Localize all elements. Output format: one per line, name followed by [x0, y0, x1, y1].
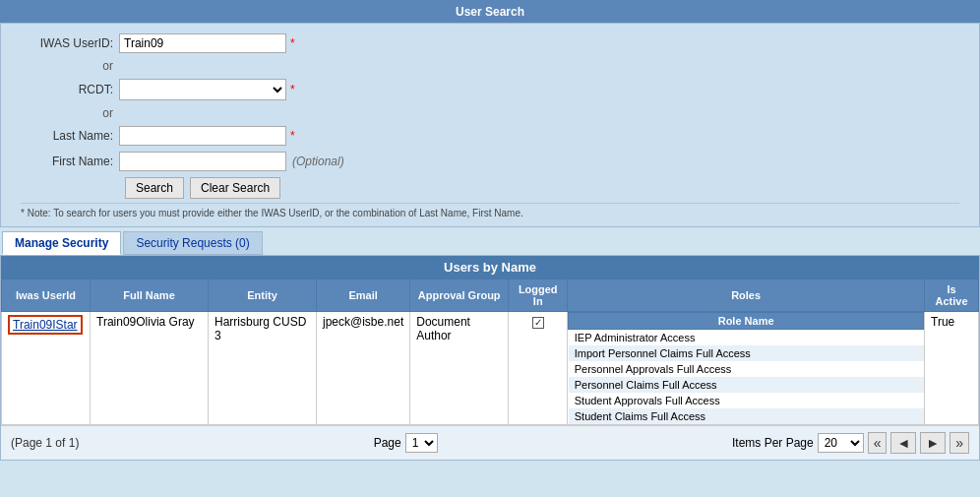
- or-label-1: or: [21, 59, 119, 73]
- logged-in-checkbox: [532, 317, 544, 329]
- optional-label: (Optional): [292, 155, 344, 168]
- iwas-required-star: *: [290, 36, 295, 50]
- table-header-row: Iwas UserId Full Name Entity Email Appro…: [2, 280, 979, 312]
- rcdt-label: RCDT:: [21, 83, 119, 96]
- cell-roles: Role NameIEP Administrator AccessImport …: [568, 312, 925, 425]
- col-header-approval: Approval Group: [410, 280, 509, 312]
- firstname-label: First Name:: [21, 155, 119, 168]
- roles-col-header: Role Name: [569, 313, 924, 330]
- tab-manage-security-label: Manage Security: [15, 236, 108, 250]
- iwas-row: IWAS UserID: *: [21, 33, 959, 53]
- cell-approval-group: Document Author: [410, 312, 509, 425]
- users-table: Iwas UserId Full Name Entity Email Appro…: [1, 279, 979, 425]
- col-header-loggedin: Logged In: [509, 280, 568, 312]
- items-per-page-select[interactable]: 20 50 100: [818, 433, 864, 453]
- prev-page-button[interactable]: ◄: [890, 432, 916, 454]
- note-text: * Note: To search for users you must pro…: [21, 203, 959, 218]
- or-label-2: or: [21, 106, 119, 120]
- col-header-fullname: Full Name: [91, 280, 209, 312]
- rcdt-row: RCDT: *: [21, 79, 959, 100]
- role-item: Import Personnel Claims Full Access: [569, 345, 924, 361]
- page-info: (Page 1 of 1): [11, 436, 79, 450]
- search-button[interactable]: Search: [125, 177, 184, 199]
- col-header-roles: Roles: [568, 280, 925, 312]
- tabs-area: Manage Security Security Requests (0): [0, 231, 980, 255]
- lastname-label: Last Name:: [21, 129, 119, 143]
- table-row: Train09IStarTrain09Olivia GrayHarrisburg…: [2, 312, 979, 425]
- role-item: Personnel Claims Full Access: [569, 377, 924, 393]
- lastname-required-star: *: [290, 129, 295, 143]
- role-item: IEP Administrator Access: [569, 330, 924, 346]
- col-header-active: Is Active: [925, 280, 979, 312]
- role-item: Student Claims Full Access: [569, 408, 924, 424]
- tab-security-requests[interactable]: Security Requests (0): [123, 231, 262, 255]
- page-select[interactable]: 1: [405, 433, 438, 453]
- iwas-label: IWAS UserID:: [21, 36, 119, 50]
- clear-search-button[interactable]: Clear Search: [190, 177, 280, 199]
- page-header: User Search: [0, 0, 980, 23]
- col-header-userid: Iwas UserId: [2, 280, 91, 312]
- page-title: User Search: [456, 5, 524, 19]
- role-item: Student Approvals Full Access: [569, 393, 924, 408]
- role-item: Personnel Approvals Full Access: [569, 361, 924, 377]
- pagination-row: (Page 1 of 1) Page 1 Items Per Page 20 5…: [1, 425, 979, 460]
- button-row: Search Clear Search: [21, 177, 959, 199]
- cell-is-active: True: [925, 312, 979, 425]
- lastname-input[interactable]: [119, 126, 286, 146]
- cell-entity: Harrisburg CUSD 3: [209, 312, 317, 425]
- page-label: Page: [374, 436, 401, 450]
- items-controls: Items Per Page 20 50 100 « ◄ ► »: [732, 432, 969, 454]
- firstname-input[interactable]: [119, 152, 286, 171]
- cell-logged-in: [509, 312, 568, 425]
- cell-email: jpeck@isbe.net: [317, 312, 410, 425]
- first-page-button[interactable]: «: [868, 432, 888, 454]
- firstname-row: First Name: (Optional): [21, 152, 959, 171]
- rcdt-select[interactable]: [119, 79, 286, 100]
- tab-security-requests-label: Security Requests (0): [136, 236, 249, 250]
- or-row-1: or: [21, 59, 959, 73]
- iwas-input[interactable]: [119, 33, 286, 53]
- page-controls: Page 1: [374, 433, 438, 453]
- rcdt-required-star: *: [290, 83, 295, 96]
- items-per-page-label: Items Per Page: [732, 436, 814, 450]
- last-page-button[interactable]: »: [949, 432, 969, 454]
- tab-manage-security[interactable]: Manage Security: [2, 231, 121, 255]
- col-header-entity: Entity: [209, 280, 317, 312]
- main-content: Users by Name Iwas UserId Full Name Enti…: [0, 255, 980, 461]
- lastname-row: Last Name: *: [21, 126, 959, 146]
- roles-table: Role NameIEP Administrator AccessImport …: [568, 312, 924, 424]
- next-page-button[interactable]: ►: [920, 432, 946, 454]
- userid-link[interactable]: Train09IStar: [8, 315, 83, 335]
- search-form-area: IWAS UserID: * or RCDT: * or Last Name: …: [0, 23, 980, 227]
- table-title: Users by Name: [1, 256, 979, 279]
- or-row-2: or: [21, 106, 959, 120]
- cell-fullname: Train09Olivia Gray: [91, 312, 209, 425]
- col-header-email: Email: [317, 280, 410, 312]
